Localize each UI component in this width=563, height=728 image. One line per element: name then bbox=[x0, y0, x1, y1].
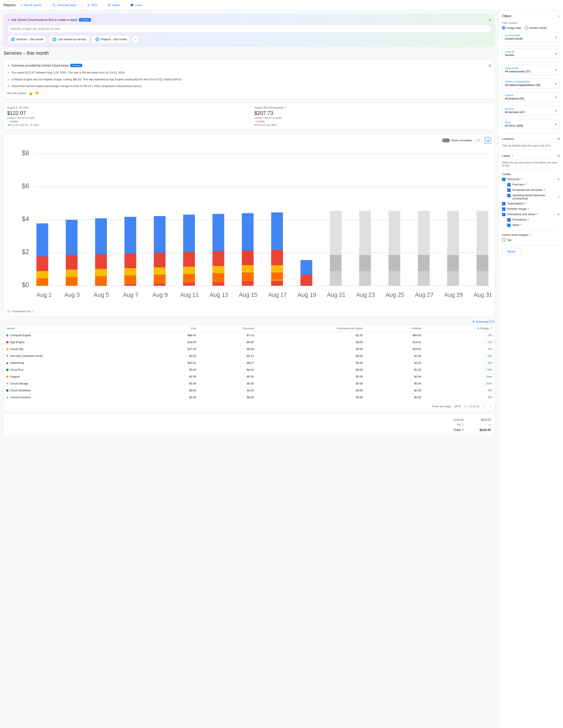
locations-header[interactable]: Locations ▾ bbox=[502, 135, 560, 142]
help-icon-change[interactable]: ? bbox=[491, 327, 492, 330]
cell-cost: $5.94 bbox=[151, 366, 199, 373]
sustained-use-cb[interactable]: ✓ bbox=[507, 188, 511, 192]
see-all-reports-link[interactable]: ≡ See all reports bbox=[21, 3, 42, 7]
share-link[interactable]: 🔗 Share bbox=[107, 3, 120, 7]
gemini-collapse-button[interactable]: ∧ bbox=[488, 17, 491, 22]
labels-header[interactable]: Labels ? ▾ bbox=[502, 152, 560, 159]
sort-down-icon[interactable]: ↓ bbox=[410, 327, 411, 330]
help-icon-reseller[interactable]: ? bbox=[528, 207, 529, 210]
rows-per-page-select[interactable]: 10 25 50 bbox=[454, 404, 461, 408]
labels-title: Labels ? bbox=[502, 154, 513, 157]
folders-select[interactable]: All folders/organizations (28) bbox=[505, 83, 557, 87]
projects-select[interactable]: All projects (55) bbox=[505, 97, 557, 100]
help-icon-other[interactable]: ? bbox=[520, 223, 522, 227]
forecast-sub: includes -$43.27 in credits bbox=[254, 117, 491, 119]
forecast-period: August 2024 (forecasted) ? bbox=[254, 106, 491, 109]
services-select[interactable]: All services (47) bbox=[505, 110, 557, 114]
projects-dropdown-wrapper: Projects All projects (55) ▾ bbox=[502, 92, 560, 102]
download-csv-link[interactable]: ⬇ Download CSV bbox=[472, 320, 495, 323]
current-month-select[interactable]: Current month bbox=[505, 37, 557, 40]
gemini-search-input[interactable] bbox=[7, 25, 491, 33]
invoice-month-radio[interactable] bbox=[525, 26, 528, 30]
help-icon-subscriptions[interactable]: ? bbox=[525, 202, 526, 205]
help-icon-promotions[interactable]: ? bbox=[536, 213, 538, 216]
help-icon-free-tiers[interactable]: ? bbox=[525, 183, 527, 186]
svg-text:Aug 13: Aug 13 bbox=[209, 291, 228, 298]
table-row: Cloud Scheduler $0.00 $0.00 $0.00 $0.00 … bbox=[4, 387, 495, 394]
help-icon-spending[interactable]: ? bbox=[558, 195, 560, 199]
chip-services-month[interactable]: 🌐 Services – this month bbox=[7, 35, 47, 43]
services-table: Service Cost Discounts Promotions and ot… bbox=[4, 325, 495, 401]
cell-change: ↓ 20% bbox=[424, 380, 495, 387]
tax-cb[interactable] bbox=[502, 238, 505, 242]
help-icon-total[interactable]: ? bbox=[462, 428, 464, 432]
thumbs-down-button[interactable]: 👎 bbox=[34, 91, 39, 95]
discounts-cb[interactable]: ✓ bbox=[502, 178, 505, 181]
invoice-month-option[interactable]: Invoice month bbox=[525, 26, 547, 30]
promotions-sub-cb[interactable]: ✓ bbox=[507, 218, 511, 222]
chevron-up-icon-promotions[interactable]: ∧ bbox=[557, 213, 560, 216]
chart-container: Show cumulative 📈 📊 $8 $6 $4 $2 $0 bbox=[3, 133, 495, 317]
reset-button[interactable]: Reset bbox=[502, 248, 521, 255]
nav-divider-3 bbox=[102, 3, 102, 7]
trend-icon-3: ↗ bbox=[7, 84, 9, 89]
cumulative-switch[interactable] bbox=[442, 138, 450, 142]
show-cumulative-toggle[interactable]: Show cumulative bbox=[442, 138, 472, 142]
free-tiers-cb[interactable]: ✓ bbox=[507, 183, 511, 187]
generate-query-link[interactable]: 🔍 Generate query bbox=[52, 3, 76, 7]
spending-based-cb[interactable]: ✓ bbox=[507, 194, 511, 197]
usage-date-option[interactable]: Usage date bbox=[502, 26, 521, 30]
reseller-margin-cb[interactable]: ✓ bbox=[502, 207, 505, 211]
help-icon-sustained[interactable]: ? bbox=[544, 188, 545, 191]
current-metric: August 1–19, 2024 $122.07 includes -$24.… bbox=[7, 106, 244, 126]
credits-section: Credits ✓ Discounts ? ∧ ✓ Free tiers ? bbox=[502, 173, 560, 227]
subscriptions-cb[interactable]: ✓ bbox=[502, 202, 505, 205]
help-icon-discounts[interactable]: ? bbox=[520, 177, 522, 181]
table-header-row: Service Cost Discounts Promotions and ot… bbox=[4, 325, 495, 332]
skus-select[interactable]: All SKUs (408) bbox=[505, 124, 557, 127]
summary-item-2: ↗ Compute Engine was the largest charge,… bbox=[7, 77, 491, 82]
summary-collapse-button[interactable]: ∧ bbox=[488, 63, 491, 68]
help-icon-labels[interactable]: ? bbox=[512, 154, 513, 157]
learn-link[interactable]: 🎓 Learn bbox=[130, 3, 142, 7]
usage-date-radio[interactable] bbox=[502, 26, 505, 30]
cell-service: Support bbox=[4, 373, 151, 380]
col-discounts: Discounts bbox=[199, 325, 256, 332]
promotions-others-cb[interactable]: ✓ bbox=[502, 213, 505, 216]
chip-projects-month[interactable]: 🌐 Projects – this month bbox=[91, 35, 130, 43]
chip-last-invoice[interactable]: 🌐 Last invoice by service bbox=[48, 35, 90, 43]
pagination-next-button[interactable]: › bbox=[489, 403, 492, 409]
cell-service: Networking bbox=[4, 359, 151, 366]
tax-label: Tax ? bbox=[457, 423, 464, 426]
help-icon-forecast[interactable]: ? bbox=[285, 106, 287, 109]
cell-promotions: $0.00 bbox=[256, 353, 366, 359]
cell-discounts: $0.00 bbox=[199, 394, 256, 401]
help-icon-promotions-sub[interactable]: ? bbox=[527, 218, 529, 221]
cell-cost: $3.05 bbox=[151, 353, 199, 359]
table-row: ★ Cloud Storage $0.04 $0.00 $0.00 $0.04 … bbox=[4, 380, 495, 387]
thumbs-up-button[interactable]: 👍 bbox=[28, 91, 33, 95]
cell-change: New bbox=[424, 373, 495, 380]
help-icon-forecast-legend[interactable]: ? bbox=[32, 310, 34, 313]
gemini-card: ✦ Ask Gemini Cloud Assist to find or cre… bbox=[3, 14, 495, 47]
bar-chart-button[interactable]: 📊 bbox=[484, 137, 491, 144]
pagination-prev-button[interactable]: ‹ bbox=[483, 403, 486, 409]
subaccounts-select[interactable]: All subaccounts (27) bbox=[505, 70, 557, 73]
trend-icon-2: ↗ bbox=[7, 78, 9, 82]
filters-expand-button[interactable]: › bbox=[558, 14, 560, 18]
chip-next-button[interactable]: › bbox=[132, 35, 139, 43]
cell-promotions: $0.00 bbox=[256, 394, 366, 401]
help-icon-invoice-charges[interactable]: ? bbox=[529, 233, 530, 236]
cell-subtotal: $1.64 bbox=[366, 359, 424, 366]
list-icon: ≡ bbox=[21, 3, 22, 7]
chevron-up-icon-discounts[interactable]: ∧ bbox=[557, 177, 560, 181]
group-by-select[interactable]: Service Project bbox=[505, 53, 557, 57]
line-chart-button[interactable]: 📈 bbox=[475, 137, 482, 144]
svg-text:Aug 15: Aug 15 bbox=[239, 291, 257, 298]
print-link[interactable]: 🖨 Print bbox=[87, 3, 97, 7]
subscriptions-checkbox: ✓ Subscriptions ? bbox=[502, 202, 560, 205]
svg-text:Aug 19: Aug 19 bbox=[298, 291, 316, 298]
cell-service: App Engine bbox=[4, 339, 151, 346]
other-cb[interactable]: ✓ bbox=[507, 224, 511, 227]
help-icon-tax[interactable]: ? bbox=[462, 423, 464, 426]
